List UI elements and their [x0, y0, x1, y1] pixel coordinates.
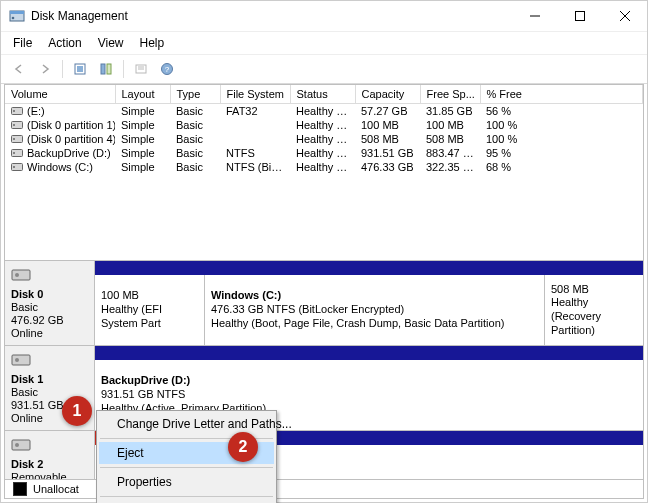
cell-free: 508 MB — [420, 132, 480, 146]
cell-capacity: 476.33 GB — [355, 160, 420, 174]
context-menu-separator — [100, 467, 273, 468]
cell-status: Healthy (B... — [290, 160, 355, 174]
col-pctfree[interactable]: % Free — [480, 85, 643, 104]
cell-layout: Simple — [115, 118, 170, 132]
table-header-row: Volume Layout Type File System Status Ca… — [5, 85, 643, 104]
cell-fs: NTFS — [220, 146, 290, 160]
svg-text:?: ? — [165, 65, 170, 74]
table-row[interactable]: Windows (C:)SimpleBasicNTFS (BitLo...Hea… — [5, 160, 643, 174]
col-type[interactable]: Type — [170, 85, 220, 104]
disk-header[interactable]: Disk 0Basic476.92 GBOnline — [5, 261, 95, 345]
context-menu-properties[interactable]: Properties — [99, 471, 274, 493]
menu-file[interactable]: File — [5, 32, 40, 54]
partition-line1: 508 MB — [551, 283, 637, 297]
cell-pct: 100 % — [480, 132, 643, 146]
toolbar-separator — [123, 60, 124, 78]
window-controls — [512, 1, 647, 31]
col-layout[interactable]: Layout — [115, 85, 170, 104]
svg-point-21 — [13, 138, 15, 140]
volume-name: (Disk 0 partition 1) — [27, 119, 115, 131]
cell-layout: Simple — [115, 146, 170, 160]
disk-row: Disk 0Basic476.92 GBOnline100 MBHealthy … — [5, 261, 643, 346]
volume-icon — [11, 134, 23, 144]
partition[interactable]: 100 MBHealthy (EFI System Part — [95, 275, 205, 345]
partition[interactable]: Windows (C:)476.33 GB NTFS (BitLocker En… — [205, 275, 545, 345]
settings-button[interactable] — [129, 57, 153, 81]
disk-layout: 100 MBHealthy (EFI System PartWindows (C… — [95, 261, 643, 345]
cell-pct: 100 % — [480, 118, 643, 132]
cell-free: 322.35 GB — [420, 160, 480, 174]
cell-status: Healthy (A... — [290, 146, 355, 160]
disk-icon — [11, 267, 88, 285]
svg-rect-26 — [12, 270, 30, 280]
disk-size: 476.92 GB — [11, 314, 88, 326]
svg-point-19 — [13, 124, 15, 126]
table-row[interactable]: (E:)SimpleBasicFAT32Healthy (P...57.27 G… — [5, 104, 643, 119]
svg-rect-30 — [12, 440, 30, 450]
cell-fs: FAT32 — [220, 104, 290, 119]
views-button[interactable] — [94, 57, 118, 81]
table-row[interactable]: (Disk 0 partition 1)SimpleBasicHealthy (… — [5, 118, 643, 132]
cell-pct: 56 % — [480, 104, 643, 119]
cell-type: Basic — [170, 118, 220, 132]
cell-fs — [220, 132, 290, 146]
close-button[interactable] — [602, 1, 647, 31]
forward-button[interactable] — [33, 57, 57, 81]
cell-type: Basic — [170, 146, 220, 160]
partition[interactable]: 508 MBHealthy (Recovery Partition) — [545, 275, 643, 345]
volume-icon — [11, 148, 23, 158]
refresh-button[interactable] — [68, 57, 92, 81]
volume-name: BackupDrive (D:) — [27, 147, 111, 159]
svg-rect-10 — [107, 64, 111, 74]
volumes-pane: Volume Layout Type File System Status Ca… — [5, 85, 643, 261]
menubar: File Action View Help — [1, 32, 647, 55]
back-button[interactable] — [7, 57, 31, 81]
svg-rect-9 — [101, 64, 105, 74]
volumes-empty-area — [5, 174, 643, 260]
col-filesystem[interactable]: File System — [220, 85, 290, 104]
col-freespace[interactable]: Free Sp... — [420, 85, 480, 104]
volume-icon — [11, 162, 23, 172]
cell-type: Basic — [170, 132, 220, 146]
svg-point-17 — [13, 110, 15, 112]
stripe-segment — [95, 346, 643, 360]
cell-fs — [220, 118, 290, 132]
partition-line1: 100 MB — [101, 289, 198, 303]
minimize-button[interactable] — [512, 1, 557, 31]
svg-point-25 — [13, 166, 15, 168]
disk-icon — [11, 437, 88, 455]
context-menu-separator — [100, 496, 273, 497]
partition-title: BackupDrive (D:) — [101, 374, 637, 388]
toolbar-separator — [62, 60, 63, 78]
disk-stripe — [95, 346, 643, 360]
maximize-button[interactable] — [557, 1, 602, 31]
help-button[interactable]: ? — [155, 57, 179, 81]
table-row[interactable]: (Disk 0 partition 4)SimpleBasicHealthy (… — [5, 132, 643, 146]
svg-rect-8 — [77, 66, 83, 72]
volumes-table[interactable]: Volume Layout Type File System Status Ca… — [5, 85, 643, 174]
col-status[interactable]: Status — [290, 85, 355, 104]
table-row[interactable]: BackupDrive (D:)SimpleBasicNTFSHealthy (… — [5, 146, 643, 160]
window-title: Disk Management — [31, 9, 128, 23]
cell-layout: Simple — [115, 132, 170, 146]
disk-icon — [11, 352, 88, 370]
disk-name: Disk 2 — [11, 458, 88, 470]
svg-point-2 — [12, 17, 15, 20]
toolbar: ? — [1, 55, 647, 84]
menu-help[interactable]: Help — [132, 32, 173, 54]
cell-status: Healthy (P... — [290, 104, 355, 119]
cell-layout: Simple — [115, 160, 170, 174]
col-capacity[interactable]: Capacity — [355, 85, 420, 104]
context-menu-change-drive-letter[interactable]: Change Drive Letter and Paths... — [99, 413, 274, 435]
menu-action[interactable]: Action — [40, 32, 89, 54]
cell-free: 31.85 GB — [420, 104, 480, 119]
col-volume[interactable]: Volume — [5, 85, 115, 104]
disk-header[interactable]: Disk 2Removable57.28 GBOnline — [5, 431, 95, 479]
cell-fs: NTFS (BitLo... — [220, 160, 290, 174]
partition-line1: 476.33 GB NTFS (BitLocker Encrypted) — [211, 303, 538, 317]
legend-swatch-unallocated — [13, 482, 27, 496]
menu-view[interactable]: View — [90, 32, 132, 54]
disk-name: Disk 0 — [11, 288, 88, 300]
disk-state: Online — [11, 327, 88, 339]
partition-line2: Healthy (Boot, Page File, Crash Dump, Ba… — [211, 317, 538, 331]
